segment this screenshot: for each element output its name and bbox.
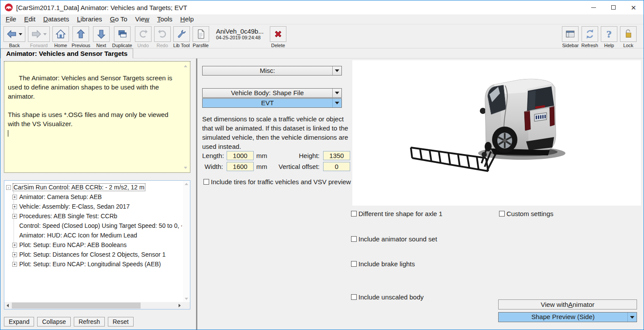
vertical-offset-field[interactable] xyxy=(323,162,350,171)
window-title: [CarSim2017.1_Data] Animator: Vehicles a… xyxy=(16,4,187,11)
scroll-up-icon[interactable] xyxy=(185,183,188,185)
arrow-left-icon xyxy=(7,29,17,39)
scroll-down-icon[interactable] xyxy=(185,298,188,300)
lock-button[interactable]: Lock xyxy=(620,26,637,48)
lib-tool-button[interactable]: Lib Tool xyxy=(173,26,190,48)
shape-file-combo[interactable]: Vehicle Body: Shape File xyxy=(202,88,342,98)
menu-help[interactable]: Help xyxy=(176,14,198,24)
app-window: [CarSim2017.1_Data] Animator: Vehicles a… xyxy=(0,0,644,330)
height-field[interactable] xyxy=(323,151,350,160)
refresh-tree-button[interactable]: Refresh xyxy=(74,317,105,327)
dataset-timestamp: 04-25-2019 09:24:48 xyxy=(216,35,264,40)
brake-lights-checkbox-row: Include brake lights xyxy=(351,260,415,268)
tree-item-root[interactable]: - CarSim Run Control: AEB CCRb: - 2 m/s2… xyxy=(5,182,182,192)
sound-set-checkbox[interactable] xyxy=(351,236,357,242)
tree-horizontal-scrollbar[interactable] xyxy=(4,302,183,309)
tree-expand-icon[interactable]: + xyxy=(12,195,17,199)
back-button[interactable]: Back xyxy=(3,26,25,48)
expand-button[interactable]: Expand xyxy=(4,317,34,327)
back-dropdown-icon[interactable] xyxy=(19,33,22,35)
document-icon xyxy=(196,29,206,39)
tree-expand-icon[interactable]: + xyxy=(12,204,17,209)
chevron-down-icon[interactable] xyxy=(332,99,341,107)
padlock-open-icon xyxy=(623,29,634,39)
sidebar-button[interactable]: Sidebar xyxy=(562,26,579,48)
minimize-icon xyxy=(591,7,596,8)
close-button[interactable]: ✕ xyxy=(623,0,644,14)
right-panel: Misc: Vehicle Body: Shape File EVT Set d… xyxy=(198,58,644,330)
minimize-button[interactable] xyxy=(583,0,603,14)
menu-bar: File Edit Datasets Libraries Go To View … xyxy=(0,14,644,24)
preview-mode-combo[interactable]: Shape Preview (Side) xyxy=(498,312,637,322)
menu-view[interactable]: View xyxy=(131,14,153,24)
length-field[interactable] xyxy=(227,151,254,160)
previous-button[interactable]: Previous xyxy=(72,26,90,48)
duplicate-button[interactable]: Duplicate xyxy=(112,26,132,48)
tree-item[interactable]: + Plot: Setup: Euro NCAP: AEB Booleans xyxy=(5,240,182,250)
next-button[interactable]: Next xyxy=(93,26,110,48)
tree-expand-icon[interactable]: + xyxy=(12,214,17,219)
delete-button[interactable]: Delete xyxy=(270,26,286,48)
dataset-name: AniVeh_0c49b... xyxy=(216,28,264,35)
menu-file[interactable]: File xyxy=(2,14,20,24)
include-tires-checkbox-row: Include tires for traffic vehicles and V… xyxy=(203,178,351,186)
tree-vertical-scrollbar[interactable] xyxy=(183,181,190,302)
view-with-animator-button[interactable]: View with Animator xyxy=(498,299,637,309)
tab-row: Animator: Vehicles and Sensor Targets xyxy=(0,48,644,58)
toolbar-right-group: Sidebar Refresh ? Help xyxy=(562,26,639,48)
question-mark-icon: ? xyxy=(606,28,612,40)
title-bar: [CarSim2017.1_Data] Animator: Vehicles a… xyxy=(0,0,644,14)
tree-item[interactable]: Animator: HUD: ACC Icon for Medium Lead xyxy=(5,230,182,240)
tree-expand-icon[interactable]: + xyxy=(12,243,17,248)
text-cursor xyxy=(8,130,8,137)
collapse-button[interactable]: Collapse xyxy=(37,317,70,327)
refresh-arrows-icon xyxy=(585,29,595,39)
tab-animator-vehicles[interactable]: Animator: Vehicles and Sensor Targets xyxy=(0,48,133,58)
scroll-right-icon[interactable] xyxy=(179,304,181,307)
parsfile-button[interactable]: Parsfile xyxy=(193,26,209,48)
menu-edit[interactable]: Edit xyxy=(20,14,39,24)
width-field[interactable] xyxy=(227,162,254,171)
close-icon: ✕ xyxy=(631,4,637,11)
tree-expand-icon[interactable]: + xyxy=(12,262,17,267)
tree-item[interactable]: + Procedures: AEB Single Test: CCRb xyxy=(5,211,182,221)
misc-combo[interactable]: Misc: xyxy=(202,66,342,76)
evt-vehicle-render xyxy=(352,60,641,206)
tree-item[interactable]: + Animator: Camera Setup: AEB xyxy=(5,192,182,202)
tree-item[interactable]: + Vehicle: Assembly: E-Class, Sedan 2017 xyxy=(5,202,182,211)
chevron-down-icon[interactable] xyxy=(332,66,341,75)
scroll-left-icon[interactable] xyxy=(7,304,9,307)
screen-notes-text: The Animator: Vehicles and Sensor Target… xyxy=(8,74,174,127)
home-button[interactable]: Home xyxy=(52,26,69,48)
refresh-button[interactable]: Refresh xyxy=(581,26,598,48)
include-tires-checkbox[interactable] xyxy=(203,179,209,185)
help-button[interactable]: ? Help xyxy=(601,26,617,48)
undo-button: Undo xyxy=(135,26,152,48)
carsim-logo-icon xyxy=(4,3,13,12)
memo-scroll-down-icon[interactable] xyxy=(184,167,187,169)
unscaled-body-checkbox[interactable] xyxy=(351,294,357,300)
chevron-down-icon[interactable] xyxy=(332,89,341,97)
screen-notes-textarea[interactable]: The Animator: Vehicles and Sensor Target… xyxy=(4,61,190,173)
axle-tire-checkbox[interactable] xyxy=(351,211,357,217)
tree-collapse-icon[interactable]: - xyxy=(6,185,11,190)
brake-lights-checkbox[interactable] xyxy=(351,261,357,267)
toolbar: Back Forward Home xyxy=(0,24,644,48)
maximize-button[interactable] xyxy=(603,0,623,14)
tree-item[interactable]: + Plot: Setup: Distances for Closest 2 O… xyxy=(5,250,182,259)
menu-goto[interactable]: Go To xyxy=(106,14,131,24)
menu-libraries[interactable]: Libraries xyxy=(73,14,106,24)
arrow-right-icon xyxy=(31,29,41,39)
reset-button[interactable]: Reset xyxy=(108,317,134,327)
tree-expand-icon[interactable]: + xyxy=(12,252,17,257)
menu-datasets[interactable]: Datasets xyxy=(39,14,73,24)
tree-item[interactable]: + Plot: Setup: Euro NCAP: Longitudinal S… xyxy=(5,259,182,269)
memo-scroll-up-icon[interactable] xyxy=(184,65,187,67)
tree-item[interactable]: Control: Speed (Closed Loop) Using Targe… xyxy=(5,221,182,230)
custom-settings-checkbox[interactable] xyxy=(499,211,505,217)
scrollbar-thumb[interactable] xyxy=(12,302,141,309)
chevron-down-icon[interactable] xyxy=(627,313,637,322)
menu-tools[interactable]: Tools xyxy=(153,14,176,24)
axle-tire-checkbox-row: Different tire shape for axle 1 xyxy=(351,210,442,217)
shape-value-combo[interactable]: EVT xyxy=(202,98,342,108)
